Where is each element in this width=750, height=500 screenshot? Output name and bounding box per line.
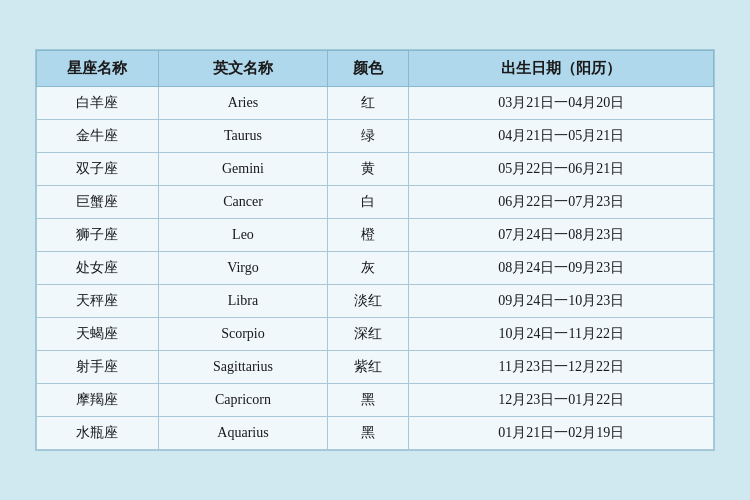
cell-date: 04月21日一05月21日 — [409, 120, 714, 153]
header-english: 英文名称 — [158, 51, 327, 87]
cell-english: Capricorn — [158, 384, 327, 417]
cell-english: Libra — [158, 285, 327, 318]
cell-chinese: 白羊座 — [37, 87, 159, 120]
table-row: 天秤座Libra淡红09月24日一10月23日 — [37, 285, 714, 318]
cell-date: 07月24日一08月23日 — [409, 219, 714, 252]
cell-english: Cancer — [158, 186, 327, 219]
cell-color: 黑 — [328, 417, 409, 450]
cell-english: Leo — [158, 219, 327, 252]
table-row: 白羊座Aries红03月21日一04月20日 — [37, 87, 714, 120]
cell-chinese: 摩羯座 — [37, 384, 159, 417]
cell-color: 红 — [328, 87, 409, 120]
cell-date: 09月24日一10月23日 — [409, 285, 714, 318]
cell-english: Gemini — [158, 153, 327, 186]
table-row: 金牛座Taurus绿04月21日一05月21日 — [37, 120, 714, 153]
header-chinese: 星座名称 — [37, 51, 159, 87]
cell-color: 淡红 — [328, 285, 409, 318]
cell-date: 12月23日一01月22日 — [409, 384, 714, 417]
table-row: 双子座Gemini黄05月22日一06月21日 — [37, 153, 714, 186]
zodiac-table-container: 星座名称 英文名称 颜色 出生日期（阳历） 白羊座Aries红03月21日一04… — [35, 49, 715, 451]
table-row: 天蝎座Scorpio深红10月24日一11月22日 — [37, 318, 714, 351]
cell-chinese: 金牛座 — [37, 120, 159, 153]
cell-color: 黑 — [328, 384, 409, 417]
cell-color: 紫红 — [328, 351, 409, 384]
table-row: 巨蟹座Cancer白06月22日一07月23日 — [37, 186, 714, 219]
cell-english: Taurus — [158, 120, 327, 153]
table-row: 水瓶座Aquarius黑01月21日一02月19日 — [37, 417, 714, 450]
cell-color: 深红 — [328, 318, 409, 351]
cell-chinese: 巨蟹座 — [37, 186, 159, 219]
cell-english: Aquarius — [158, 417, 327, 450]
cell-date: 01月21日一02月19日 — [409, 417, 714, 450]
cell-chinese: 狮子座 — [37, 219, 159, 252]
cell-color: 灰 — [328, 252, 409, 285]
header-color: 颜色 — [328, 51, 409, 87]
cell-chinese: 处女座 — [37, 252, 159, 285]
cell-color: 绿 — [328, 120, 409, 153]
table-header-row: 星座名称 英文名称 颜色 出生日期（阳历） — [37, 51, 714, 87]
cell-date: 08月24日一09月23日 — [409, 252, 714, 285]
cell-color: 白 — [328, 186, 409, 219]
table-row: 处女座Virgo灰08月24日一09月23日 — [37, 252, 714, 285]
cell-date: 05月22日一06月21日 — [409, 153, 714, 186]
header-date: 出生日期（阳历） — [409, 51, 714, 87]
cell-chinese: 天蝎座 — [37, 318, 159, 351]
cell-color: 黄 — [328, 153, 409, 186]
cell-chinese: 射手座 — [37, 351, 159, 384]
cell-date: 11月23日一12月22日 — [409, 351, 714, 384]
table-row: 狮子座Leo橙07月24日一08月23日 — [37, 219, 714, 252]
cell-chinese: 天秤座 — [37, 285, 159, 318]
cell-date: 10月24日一11月22日 — [409, 318, 714, 351]
cell-english: Scorpio — [158, 318, 327, 351]
table-row: 摩羯座Capricorn黑12月23日一01月22日 — [37, 384, 714, 417]
cell-english: Virgo — [158, 252, 327, 285]
table-row: 射手座Sagittarius紫红11月23日一12月22日 — [37, 351, 714, 384]
cell-english: Sagittarius — [158, 351, 327, 384]
cell-chinese: 水瓶座 — [37, 417, 159, 450]
cell-date: 06月22日一07月23日 — [409, 186, 714, 219]
table-body: 白羊座Aries红03月21日一04月20日金牛座Taurus绿04月21日一0… — [37, 87, 714, 450]
cell-color: 橙 — [328, 219, 409, 252]
cell-english: Aries — [158, 87, 327, 120]
zodiac-table: 星座名称 英文名称 颜色 出生日期（阳历） 白羊座Aries红03月21日一04… — [36, 50, 714, 450]
cell-chinese: 双子座 — [37, 153, 159, 186]
cell-date: 03月21日一04月20日 — [409, 87, 714, 120]
